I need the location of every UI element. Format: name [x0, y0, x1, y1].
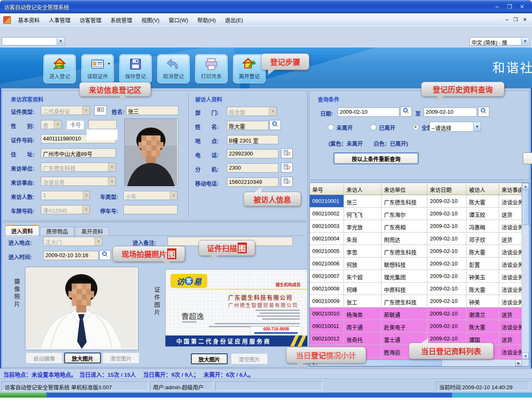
visited-name-search-button[interactable]	[269, 120, 281, 130]
date-to-picker-button[interactable]	[478, 107, 489, 117]
menu-item-6[interactable]: 帮助(H)	[193, 16, 220, 24]
chevron-down-icon[interactable]: ▼	[82, 106, 90, 115]
column-header-2[interactable]: 来访单位	[381, 183, 427, 195]
tab-离开资料[interactable]: 离开资料	[75, 227, 109, 236]
advanced-query-button[interactable]: 高级查询	[523, 153, 532, 164]
read-card-button[interactable]	[94, 105, 107, 115]
title-bar[interactable]: 访客自动登记安全管理系统 – ❐ ✕	[0, 0, 532, 13]
chevron-down-icon[interactable]: ▼	[108, 177, 115, 185]
ext-input[interactable]: 2300	[227, 163, 279, 173]
dial-ext-button[interactable]	[281, 163, 293, 173]
entry-time-picker-button[interactable]	[99, 250, 111, 260]
date-from-input[interactable]: 2009-02-10	[338, 108, 399, 117]
stepper-arrows-icon[interactable]: ▲▼	[83, 191, 90, 200]
visited-name-input[interactable]: 陈大雷	[227, 121, 269, 130]
menu-item-0[interactable]: 基本资料	[13, 16, 44, 24]
radio-未离开[interactable]: 未离开	[328, 123, 353, 131]
dial-mobile-button[interactable]	[281, 177, 293, 187]
language-select[interactable]: 中文 (简体) - 搜 ▼	[469, 37, 529, 45]
radio-已离开[interactable]: 已离开	[370, 123, 395, 131]
mdi-minimize-icon[interactable]: –	[505, 17, 508, 23]
column-header-5[interactable]: 来访事由	[499, 183, 522, 195]
visitor-count-stepper[interactable]: 1 ▲▼	[41, 191, 90, 200]
chevron-down-icon[interactable]: ▼	[57, 38, 64, 45]
camera-button-0[interactable]: 启动摄像	[26, 353, 63, 363]
chevron-down-icon[interactable]: ▼	[95, 237, 102, 245]
mdi-restore-icon[interactable]: ❐	[513, 17, 518, 23]
entry-time-input[interactable]: 2009-02-10 10:16	[43, 251, 98, 260]
plate-select[interactable]: 津A12345▼	[41, 205, 90, 214]
table-row[interactable]: 090210001张三广东德生科技2009-02-10陈大雷洽谈业务	[310, 195, 529, 208]
status-filter-select[interactable]: --请选择▼	[429, 122, 481, 132]
parking-input[interactable]	[123, 205, 178, 214]
vertical-scroll-thumb[interactable]	[522, 190, 529, 225]
tab-进入资料[interactable]: 进入资料	[5, 225, 39, 236]
entry-location-select[interactable]: 正大门▼	[43, 237, 103, 246]
chevron-down-icon[interactable]: ▼	[108, 163, 115, 171]
visit-reason-select[interactable]: 洽谈业务▼	[41, 177, 116, 186]
chevron-down-icon[interactable]: ▼	[473, 122, 481, 131]
date-from-picker-button[interactable]	[400, 107, 412, 117]
chevron-down-icon[interactable]: ▼	[269, 107, 276, 115]
menu-item-3[interactable]: 系统管理	[106, 16, 137, 24]
requery-button[interactable]: 按以上条件重新查询	[334, 153, 419, 164]
mdi-close-icon[interactable]: ✕	[523, 17, 527, 23]
column-header-1[interactable]: 来访人	[344, 183, 381, 195]
visit-company-select[interactable]: 广东德生科技▼	[41, 163, 116, 172]
table-row[interactable]: 090210002何飞飞广东海尔2009-02-10谭玉姣送货	[310, 208, 529, 220]
table-row[interactable]: 090210005李思广东德生科技2009-02-10陈大雷洽谈业务	[310, 245, 529, 258]
location-input[interactable]: B幢 2301 室	[227, 135, 279, 144]
menu-item-1[interactable]: 人事管理	[44, 16, 75, 24]
tab-携带物品[interactable]: 携带物品	[40, 227, 74, 236]
table-row[interactable]: 090210007朱个奴理光集团2009-02-10钟美玉洽谈业务	[310, 270, 529, 283]
scroll-right-icon[interactable]: ▶	[515, 360, 522, 366]
menu-item-5[interactable]: 窗口(W)	[164, 16, 193, 24]
date-to-input[interactable]: 2009-02-10	[424, 108, 477, 117]
table-row[interactable]: 090210009张工广东德生科技2009-02-10钟美洽谈业务	[310, 295, 529, 308]
menu-item-4[interactable]: 视图(V)	[137, 16, 164, 24]
column-header-3[interactable]: 来访日期	[427, 183, 467, 195]
toolbar-button-id-card[interactable]: ▾读取证件	[81, 54, 114, 83]
table-row[interactable]: 090210003李光放广东亮相2009-02-10冯惠梅洽谈业务	[310, 220, 529, 233]
table-row[interactable]: 090210011周于通赴美电子2009-02-10陈大雷洽谈业务	[310, 320, 529, 333]
vehicle-type-select[interactable]: 小车▼	[123, 191, 178, 200]
camera-button-1[interactable]: 放大图片	[64, 353, 101, 363]
id-type-select[interactable]: 二代身份证▼	[41, 106, 90, 115]
dial-phone-button[interactable]	[281, 148, 293, 158]
card-no-input[interactable]	[88, 120, 117, 129]
chevron-down-icon[interactable]: ▼	[521, 38, 529, 45]
camera-button-2[interactable]: 清空图片	[103, 353, 139, 363]
visitor-name-input[interactable]: 张三	[126, 106, 178, 115]
menu-item-2[interactable]: 访客管理	[75, 16, 106, 24]
column-header-4[interactable]: 被访人	[467, 183, 499, 195]
toolbar-button-floppy[interactable]: 保存登记	[119, 54, 152, 83]
toolbar-button-label: 取消登记	[163, 72, 184, 80]
dropdown-arrow-icon[interactable]: ▾	[108, 61, 110, 66]
quick-combo[interactable]: ▼	[2, 37, 65, 45]
restore-icon[interactable]: ❐	[505, 3, 514, 10]
toolbar-button-enter-house[interactable]: 进入登记	[43, 54, 76, 83]
chevron-down-icon[interactable]: ▼	[54, 120, 61, 129]
toolbar-button-printer[interactable]: 打印凭条	[195, 54, 228, 83]
table-row[interactable]: 090210006何放联想科技2009-02-10彭置洽谈业务	[310, 258, 529, 270]
card-button-0[interactable]: 放大图片	[191, 353, 228, 364]
phone-input[interactable]: 22992300	[227, 149, 279, 158]
minimize-icon[interactable]: –	[493, 3, 501, 10]
menu-item-7[interactable]: 退出(E)	[220, 16, 247, 24]
table-row[interactable]: 090210004朱良附而达2009-02-10邓子欣送货	[310, 233, 529, 245]
toolbar-button-undo[interactable]: 取消登记	[157, 54, 190, 83]
close-icon[interactable]: ✕	[518, 3, 526, 10]
chevron-down-icon[interactable]: ▼	[82, 205, 90, 214]
gender-select[interactable]: 男▼	[41, 120, 62, 129]
dept-select[interactable]: 综合部▼	[227, 107, 277, 116]
address-input[interactable]: 广州市中山大道89号	[41, 148, 116, 158]
table-row[interactable]: 090210008何峰中原科技2009-02-10陈大雷洽谈业务	[310, 283, 529, 295]
scroll-down-icon[interactable]: ▼	[522, 353, 529, 359]
column-header-0[interactable]: 单号	[310, 183, 344, 195]
scroll-up-icon[interactable]: ▲	[522, 183, 529, 190]
mobile-input[interactable]: 15602210349	[227, 178, 279, 187]
vertical-scrollbar[interactable]: ▲ ▼	[522, 183, 529, 359]
table-row[interactable]: 090210010杨海类新联通2009-02-10谢清兰送货	[310, 308, 529, 320]
card-button-1[interactable]: 清空图片	[231, 353, 268, 364]
chevron-down-icon[interactable]: ▼	[170, 191, 177, 200]
